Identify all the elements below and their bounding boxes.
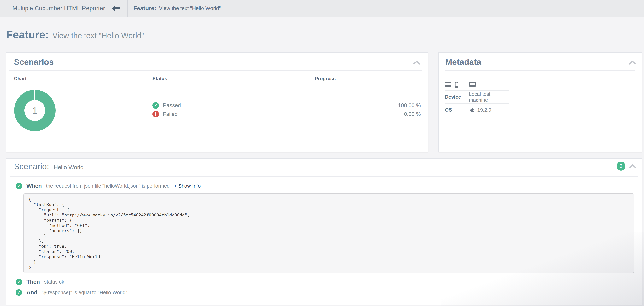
divider [9,70,422,71]
request-json-code-block: { "lastRun": { "request": { "url": "http… [24,194,634,273]
status-label-passed: Passed [163,102,181,108]
column-header-chart: Chart [14,76,26,82]
back-arrow-icon[interactable] [112,5,120,12]
feature-tab-label: Feature: [134,5,156,12]
step-keyword: When [26,183,42,189]
home-tab[interactable]: Multiple Cucumber HTML Reporter [0,0,127,17]
column-header-status: Status [152,76,167,82]
check-circle-icon: ✓ [16,278,22,285]
metadata-panel: Metadata [438,52,642,152]
step-keyword: Then [26,279,40,285]
step-text: "${response}" is equal to "Hello World" [42,290,127,296]
metadata-label-device: Device [445,94,469,100]
check-circle-icon: ✓ [16,289,22,296]
progress-value-passed: 100.00 % [398,102,421,108]
step-row-then: ✓ Then status ok [16,278,64,285]
progress-value-failed: 0.00 % [404,111,421,117]
scenario-title-text: Hello World [54,164,84,170]
scenarios-panel: Scenarios Chart Status Progress 1 ✓ Pass… [6,52,428,152]
exclamation-circle-icon: ! [152,111,159,118]
status-label-failed: Failed [163,111,178,117]
divider [445,70,636,71]
metadata-row-os: OS 19.2.0 [445,103,509,116]
metadata-value-device: Local test machine [469,91,509,103]
step-row-when: ✓ When the request from json file "hello… [16,182,200,189]
mobile-icon [455,82,458,88]
check-circle-icon: ✓ [16,182,22,189]
top-navigation-bar: Multiple Cucumber HTML Reporter Feature:… [0,0,644,17]
apple-icon [470,108,474,112]
metadata-row-device: Device Local test machine [445,90,509,103]
chevron-up-icon[interactable] [413,60,420,64]
step-keyword: And [26,289,37,296]
step-text: the request from json file "helloWorld.j… [46,183,170,189]
status-row-passed: ✓ Passed 100.00 % [152,102,421,109]
donut-center-count: 1 [14,90,56,131]
page-title-text: View the text "Hello World" [52,31,144,40]
check-circle-icon: ✓ [152,102,159,109]
chevron-up-icon[interactable] [629,164,636,168]
desktop-icon [469,82,476,88]
scenario-header: Scenario: Hello World [14,162,84,171]
device-type-icons [445,80,476,88]
os-version: 19.2.0 [477,107,491,113]
column-header-progress: Progress [315,76,336,82]
metadata-label-os: OS [445,107,470,113]
scenario-header-controls: 3 [616,162,636,170]
show-info-link[interactable]: + Show Info [174,183,200,189]
step-row-and: ✓ And "${response}" is equal to "Hello W… [16,289,127,296]
chevron-up-icon[interactable] [629,60,636,64]
divider [10,176,638,176]
steps-count-badge: 3 [616,162,626,170]
app-title: Multiple Cucumber HTML Reporter [12,5,105,12]
metadata-table: Device Local test machine OS 19.2.0 [445,90,509,116]
step-text: status ok [44,279,64,285]
feature-tab[interactable]: Feature: View the text "Hello World" [127,0,228,17]
scenario-panel: Scenario: Hello World 3 ✓ When the reque… [6,158,642,305]
metadata-value-os: 19.2.0 [470,107,491,113]
feature-tab-title: View the text "Hello World" [159,6,221,12]
metadata-panel-title: Metadata [445,57,481,67]
status-row-failed: ! Failed 0.00 % [152,110,421,118]
scenario-title-prefix: Scenario: [14,162,49,171]
page-title-prefix: Feature: [6,28,49,41]
page-title: Feature: View the text "Hello World" [6,28,144,41]
scenarios-panel-title: Scenarios [14,57,54,67]
scenarios-donut-chart[interactable]: 1 [14,90,56,131]
desktop-icon [445,82,452,88]
